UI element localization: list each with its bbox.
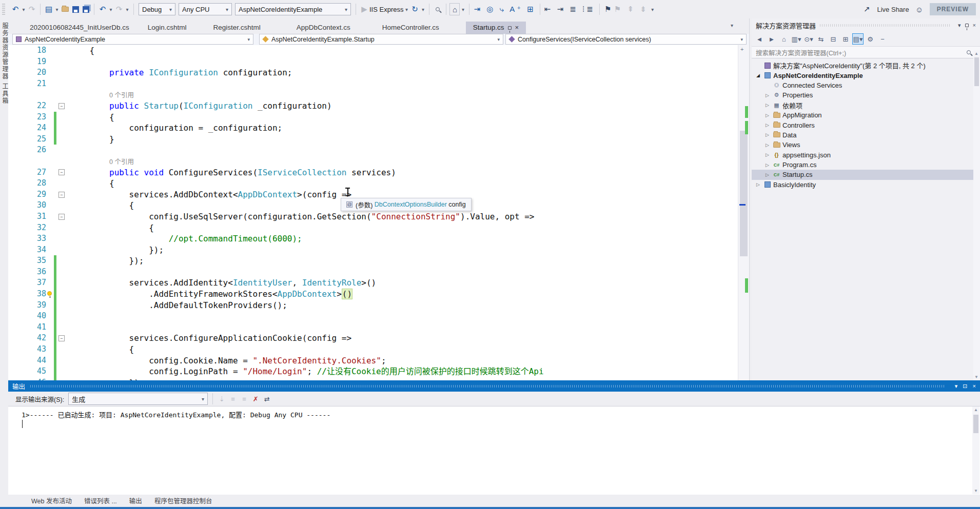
scroll-down-icon[interactable]: ▼ — [974, 375, 978, 379]
run-target-label[interactable]: IIS Express — [369, 6, 403, 13]
save-icon[interactable] — [70, 3, 81, 15]
code-line[interactable]: 23 { — [8, 112, 738, 123]
code-line[interactable]: 34 }); — [8, 245, 738, 256]
fold-collapse-icon[interactable]: − — [58, 103, 65, 109]
code-line[interactable]: 24 configuration = _configuration; — [8, 123, 738, 134]
code-line[interactable]: 19 — [8, 56, 738, 68]
tree-item[interactable]: ▷C#Startup.cs — [752, 170, 980, 179]
indent-comment-icon-group[interactable]: ⇤ ⇥ ≣ ⁞≣ — [543, 3, 596, 15]
code-line[interactable]: 36 — [8, 267, 738, 278]
live-share-label[interactable]: Live Share — [877, 6, 909, 13]
code-line[interactable]: 22− public Startup(IConfiguration _confi… — [8, 100, 738, 112]
undo-icon[interactable]: ↶ — [97, 3, 108, 15]
live-share-icon[interactable]: ↗ — [862, 3, 872, 15]
navigate-back-caret-icon[interactable]: ▾ — [21, 3, 27, 15]
editor-vertical-scrollbar[interactable] — [738, 45, 749, 380]
forward-icon[interactable]: ► — [766, 33, 777, 45]
fold-collapse-icon[interactable]: − — [58, 192, 65, 198]
tree-item[interactable]: ◢AspNetCoreIdentityExample — [752, 70, 980, 80]
home-icon[interactable]: ⌂ — [449, 3, 460, 15]
platform-combo[interactable]: Any CPU▾ — [179, 3, 232, 15]
close-icon[interactable]: × — [973, 383, 976, 389]
back-icon[interactable]: ◄ — [754, 33, 765, 45]
document-list-caret-icon[interactable]: ▾ — [731, 23, 733, 28]
output-source-combo[interactable]: 生成▾ — [68, 393, 208, 405]
redo-caret-icon[interactable]: ▾ — [124, 3, 130, 15]
output-log[interactable]: 1>------ 已启动生成: 项目: AspNetCoreIdentityEx… — [8, 406, 980, 495]
maximize-icon[interactable]: ⊡ — [963, 383, 967, 390]
tree-item[interactable]: ▷Data — [752, 130, 980, 140]
home-caret-icon[interactable]: ▾ — [460, 3, 466, 15]
code-line[interactable]: 40 — [8, 311, 738, 322]
code-line[interactable]: 35 }); — [8, 255, 738, 267]
project-dropdown[interactable]: AspNetCoreIdentityExample▾ — [12, 34, 253, 45]
document-tab[interactable]: Startup.cs× — [466, 22, 526, 34]
expand-arrow-icon[interactable]: ▷ — [754, 182, 762, 187]
code-line[interactable]: 31− config.UseSqlServer(configuration.Ge… — [8, 211, 738, 222]
editor-split-handle-icon[interactable]: + — [740, 46, 743, 52]
scrollbar-thumb[interactable] — [740, 131, 748, 256]
home-icon[interactable]: ⌂ — [778, 33, 790, 45]
scroll-up-icon[interactable]: ▲ — [974, 51, 978, 56]
code-line[interactable]: 38 .AddEntityFrameworkStores<AppDbContex… — [8, 289, 738, 300]
tree-item[interactable]: ▷▦依赖项 — [752, 100, 980, 110]
codelens-references[interactable]: 0 个引用 — [109, 92, 134, 99]
solution-search-box[interactable]: 搜索解决方案资源管理器(Ctrl+;) ▾ — [752, 46, 980, 58]
tree-item[interactable]: ▷Views — [752, 140, 980, 150]
code-line[interactable]: 37 services.AddIdentity<IdentityUser, Id… — [8, 277, 738, 289]
scroll-up-icon[interactable]: ▲ — [974, 408, 978, 412]
document-tab[interactable]: HomeController.cs — [375, 22, 446, 34]
tree-item[interactable]: 解决方案"AspNetCoreIdentity"(第 2 个项目, 共 2 个) — [752, 60, 980, 70]
pin-icon[interactable] — [508, 24, 512, 31]
refresh-caret-icon[interactable]: ▾ — [420, 3, 426, 15]
refresh-icon[interactable]: ↻ — [409, 3, 420, 15]
document-tab[interactable]: AppDbContext.cs — [289, 22, 358, 34]
close-tab-icon[interactable]: × — [515, 24, 519, 31]
code-line[interactable]: 25 } — [8, 134, 738, 145]
feedback-icon[interactable]: ☺ — [914, 3, 925, 15]
configuration-combo[interactable]: Debug▾ — [139, 3, 175, 15]
tree-item[interactable]: ▷AppMigration — [752, 110, 980, 120]
auto-hide-pin-icon[interactable] — [965, 22, 969, 28]
code-line[interactable]: 45 config.LoginPath = "/Home/Login"; //让… — [8, 366, 738, 377]
goto-next-message-icon[interactable]: ≡ — [239, 393, 250, 404]
expand-arrow-icon[interactable]: ▷ — [763, 162, 772, 168]
tree-item[interactable]: ▷C#Program.cs — [752, 160, 980, 170]
goto-previous-message-icon[interactable]: ≡ — [227, 393, 239, 404]
open-file-icon[interactable] — [60, 3, 70, 15]
startup-project-combo[interactable]: AspNetCoreIdentityExample▾ — [235, 3, 351, 15]
code-line[interactable]: 43 { — [8, 344, 738, 355]
codelens-row[interactable]: 0 个引用 — [8, 89, 738, 100]
copy-icon[interactable]: ⊞ — [840, 33, 851, 45]
type-dropdown[interactable]: AspNetCoreIdentityExample.Startup▾ — [259, 34, 503, 45]
code-line[interactable]: 39 .AddDefaultTokenProviders(); — [8, 300, 738, 311]
code-line[interactable]: 18 { — [8, 45, 738, 56]
fold-collapse-icon[interactable]: − — [58, 169, 65, 175]
code-line[interactable]: 32 { — [8, 222, 738, 234]
scrollbar-thumb[interactable] — [973, 415, 978, 433]
tree-item[interactable]: ▷{}appsettings.json — [752, 150, 980, 160]
lightbulb-icon[interactable] — [47, 291, 52, 296]
code-line[interactable]: 21 — [8, 78, 738, 90]
expand-arrow-icon[interactable]: ▷ — [763, 152, 772, 157]
window-position-caret-icon[interactable]: ▾ — [955, 383, 958, 390]
find-message-icon[interactable]: ⇣ — [216, 393, 227, 404]
code-line[interactable]: 44 config.Cookie.Name = ".NetCoreIdentit… — [8, 355, 738, 367]
bookmark-icon[interactable]: ⚑ — [603, 3, 613, 15]
more-commands-caret-icon[interactable]: ▾ — [650, 3, 656, 15]
codelens-row[interactable]: 0 个引用 — [8, 156, 738, 167]
collapse-arrow-icon[interactable]: ◢ — [754, 73, 762, 78]
document-tab[interactable]: 20200106082445_InitUserDb.cs — [23, 22, 136, 34]
toggle-word-wrap-icon[interactable]: ⇄ — [261, 393, 272, 404]
new-item-caret-icon[interactable]: ▾ — [54, 3, 60, 15]
tree-item[interactable]: ▷BasiclyIdentity — [752, 180, 980, 190]
tree-item[interactable]: ▷⚙Properties — [752, 90, 980, 100]
output-title-bar[interactable]: 输出 ▾ ⊡ × — [8, 380, 980, 392]
navigate-forward-icon[interactable]: ↷ — [27, 3, 37, 15]
solution-explorer-scrollbar[interactable]: ▲ ▼ — [973, 50, 980, 380]
show-all-files-icon[interactable]: ▤▾ — [852, 33, 864, 45]
properties-icon[interactable]: ⚙ — [865, 33, 876, 45]
code-line[interactable]: 28 { — [8, 178, 738, 189]
window-position-caret-icon[interactable]: ▾ — [958, 22, 961, 29]
pending-changes-icon[interactable]: ⊙▾ — [803, 33, 814, 45]
